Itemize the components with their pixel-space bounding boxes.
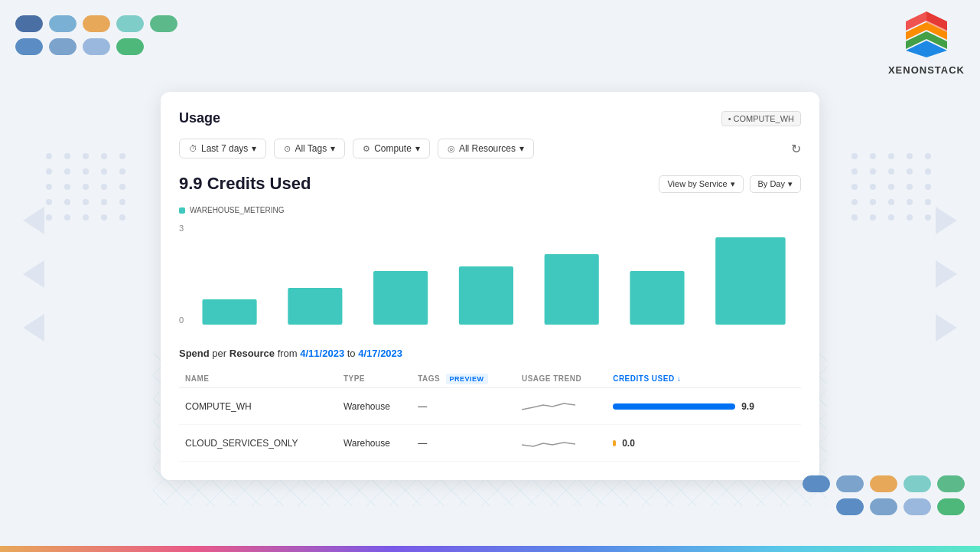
pill-row-1 (15, 15, 177, 32)
svg-text:3: 3 (179, 224, 184, 233)
compute-filter[interactable]: ⚙ Compute ▾ (353, 139, 430, 158)
card-header: Usage • COMPUTE_WH (179, 110, 801, 126)
chevron-down-icon: ▾ (330, 143, 335, 154)
arrow-decor (936, 207, 957, 234)
row1-name: COMPUTE_WH (179, 388, 337, 425)
bar-chart-svg: 3 0 Apr 11 Apr 12 Apr 1 (179, 222, 801, 329)
svg-rect-13 (630, 271, 684, 325)
legend-dot (179, 207, 185, 214)
chart-legend: WAREHOUSE_METERING (179, 206, 801, 214)
pill-8 (83, 38, 110, 55)
logo-text: XENONSTACK (888, 64, 965, 76)
chevron-down-icon: ▾ (519, 143, 524, 154)
credits-section: 9.9 Credits Used View by Service ▾ By Da… (179, 174, 801, 194)
pill-7 (49, 38, 77, 55)
pill-br-6 (836, 498, 864, 515)
row1-usage-trend (516, 388, 607, 425)
pill-3 (83, 15, 110, 32)
arrow-decor (936, 260, 957, 288)
refresh-button[interactable]: ↻ (791, 142, 801, 156)
legend-label: WAREHOUSE_METERING (190, 206, 285, 214)
view-controls: View by Service ▾ By Day ▾ (659, 175, 801, 193)
usage-card: Usage • COMPUTE_WH ⏱ Last 7 days ▾ ⊙ All… (161, 92, 819, 480)
svg-text:Apr 14: Apr 14 (474, 328, 497, 329)
pill-row-br-2 (803, 498, 965, 515)
pill-5 (150, 15, 177, 32)
xenonstack-logo-icon (900, 8, 953, 61)
row2-name: CLOUD_SERVICES_ONLY (179, 425, 337, 462)
pill-br-4 (903, 475, 931, 492)
svg-rect-11 (459, 266, 513, 325)
pill-row-br-1 (803, 475, 965, 492)
clock-icon: ⏱ (189, 144, 197, 153)
pills-top-left (15, 15, 177, 61)
col-type-header: TYPE (337, 370, 412, 388)
filter-row: ⏱ Last 7 days ▾ ⊙ All Tags ▾ ⚙ Compute ▾… (179, 139, 801, 158)
all-resources-filter[interactable]: ◎ All Resources ▾ (438, 139, 534, 158)
row2-tags: — (412, 425, 516, 462)
preview-badge: PREVIEW (446, 374, 488, 384)
bottom-gradient-bar (0, 546, 980, 552)
pill-4 (116, 15, 144, 32)
row2-credits: 0.0 (607, 425, 801, 462)
chevron-down-icon: ▾ (252, 143, 256, 154)
compute-icon: ⚙ (363, 144, 370, 154)
resources-icon: ◎ (448, 144, 455, 154)
all-tags-filter[interactable]: ⊙ All Tags ▾ (274, 139, 345, 158)
pill-2 (49, 15, 77, 32)
resources-table: NAME TYPE TAGS PREVIEW USAGE TREND CREDI… (179, 370, 801, 462)
row1-credits: 9.9 (607, 388, 801, 425)
svg-rect-10 (373, 271, 428, 325)
chevron-down-icon: ▾ (415, 143, 420, 154)
by-day-btn[interactable]: By Day ▾ (750, 175, 801, 193)
credits-bar-2 (613, 440, 616, 446)
svg-rect-9 (288, 288, 342, 325)
pill-1 (15, 15, 43, 32)
svg-text:Apr 12: Apr 12 (304, 328, 327, 329)
chart-container: WAREHOUSE_METERING 3 0 (179, 206, 801, 329)
pill-6 (15, 38, 43, 55)
svg-text:Apr 16: Apr 16 (646, 328, 669, 329)
row1-tags: — (412, 388, 516, 425)
pills-bottom-right (803, 475, 965, 521)
spend-header: Spend per Resource from 4/11/2023 to 4/1… (179, 348, 801, 359)
row2-type: Warehouse (337, 425, 412, 462)
pill-br-3 (870, 475, 897, 492)
pill-br-2 (836, 475, 864, 492)
usage-sparkline-1 (522, 396, 575, 414)
pill-br-1 (803, 475, 830, 492)
svg-rect-8 (202, 299, 256, 325)
chevron-down-icon: ▾ (788, 179, 793, 189)
sort-desc-icon: ↓ (677, 374, 682, 383)
table-row: CLOUD_SERVICES_ONLY Warehouse — 0.0 (179, 425, 801, 462)
svg-text:Apr 17: Apr 17 (739, 328, 762, 329)
svg-text:0: 0 (179, 315, 184, 325)
view-by-service-btn[interactable]: View by Service ▾ (659, 175, 743, 193)
pill-row-2 (15, 38, 177, 55)
compute-wh-tag: • COMPUTE_WH (721, 111, 801, 126)
logo-area: XENONSTACK (888, 8, 965, 76)
arrow-decor (936, 314, 957, 341)
pill-br-9 (937, 498, 965, 515)
pill-9 (116, 38, 144, 55)
pill-br-8 (903, 498, 931, 515)
table-row: COMPUTE_WH Warehouse — 9.9 (179, 388, 801, 425)
col-tags-header: TAGS PREVIEW (412, 370, 516, 388)
svg-text:Apr 11: Apr 11 (218, 328, 241, 329)
tag-icon: ⊙ (284, 144, 291, 154)
svg-text:Apr 15: Apr 15 (560, 328, 583, 329)
pill-br-7 (870, 498, 897, 515)
pill-br-5 (937, 475, 965, 492)
svg-text:Apr 13: Apr 13 (389, 328, 412, 329)
usage-sparkline-2 (522, 433, 575, 451)
chevron-down-icon: ▾ (731, 179, 735, 189)
col-usage-header: USAGE TREND (516, 370, 607, 388)
arrow-decor (23, 207, 44, 234)
credits-bar-1 (613, 403, 735, 410)
last7days-filter[interactable]: ⏱ Last 7 days ▾ (179, 139, 266, 158)
card-title: Usage (179, 110, 220, 126)
col-credits-header: CREDITS USED ↓ (607, 370, 801, 388)
svg-rect-12 (545, 254, 599, 325)
col-name-header: NAME (179, 370, 337, 388)
arrow-decor (23, 260, 44, 288)
